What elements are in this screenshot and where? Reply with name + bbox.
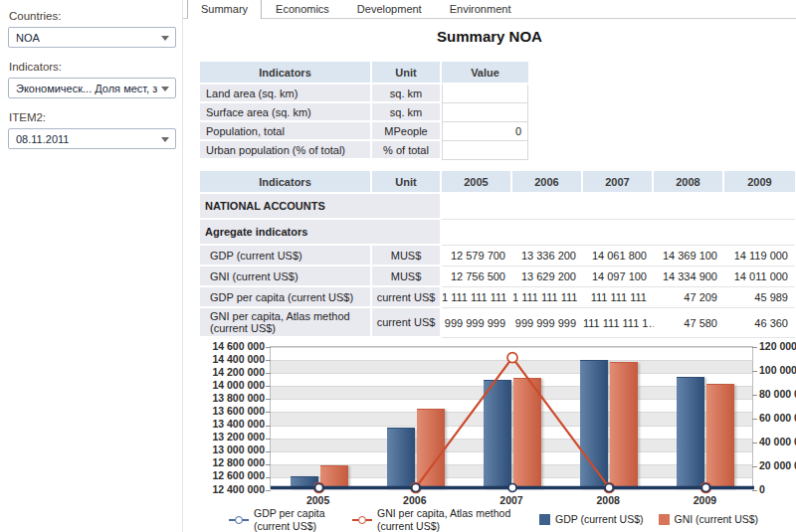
section-row: NATIONAL ACCOUNTS: [200, 194, 795, 220]
value-cell: 47 580: [654, 308, 724, 338]
indicator-years-table: IndicatorsUnit20052006200720082009NATION…: [200, 171, 795, 338]
value-cell: [442, 220, 512, 246]
unit-cell: sq. km: [372, 85, 442, 103]
value-cell: 45 989: [724, 287, 795, 308]
indicator-cell: GNI (current US$): [200, 266, 372, 287]
column-header: Unit: [372, 171, 442, 194]
legend-item[interactable]: GDP (current US$): [539, 513, 644, 526]
value-cell: 14 061 800: [583, 246, 654, 266]
chart-lines: [271, 347, 754, 490]
legend-item[interactable]: GNI per capita, Atlas method (current US…: [352, 507, 524, 532]
column-header: 2008: [654, 171, 724, 194]
unit-cell: MUS$: [372, 266, 442, 287]
tab-development[interactable]: Development: [343, 0, 436, 18]
chart-plot-area: [270, 346, 753, 489]
section-label-cell: NATIONAL ACCOUNTS: [200, 194, 442, 220]
value-cell: [583, 220, 654, 246]
value-cell: [724, 194, 795, 220]
left-axis-label: 14 600 000: [185, 340, 265, 353]
table-row: GDP per capita (current US$)current US$1…: [200, 287, 795, 308]
value-cell: [442, 85, 528, 103]
value-cell: 12 756 500: [442, 266, 512, 287]
value-cell: [583, 194, 654, 220]
dropdown-arrow-icon: [161, 36, 169, 41]
legend-item[interactable]: GNI (current US$): [659, 513, 759, 526]
value-cell: 14 369 100: [654, 246, 724, 266]
legend-label: GNI (current US$): [675, 513, 759, 526]
column-header: Value: [442, 62, 528, 85]
value-cell: 14 334 900: [654, 266, 724, 287]
value-cell: [442, 141, 528, 160]
unit-cell: MPeople: [372, 122, 442, 141]
column-header: Unit: [372, 62, 442, 85]
right-axis-label: 0: [759, 483, 765, 496]
indicator-cell: Surface area (sq. km): [200, 103, 372, 122]
value-cell: 13 336 200: [512, 246, 583, 266]
right-axis-label: 120 000 000: [759, 340, 796, 353]
right-axis-label: 80 000 000: [759, 388, 796, 401]
value-cell: 999 999 999: [512, 308, 583, 338]
summary-chart: GDP per capita (current US$)GNI per capi…: [183, 343, 796, 532]
item2-select[interactable]: 08.11.2011: [8, 128, 176, 149]
value-cell: [512, 194, 583, 220]
left-axis-label: 12 800 000: [185, 456, 265, 469]
line-marker: [507, 353, 517, 363]
indicators-value: Экономическ... Доля мест, з... (1374): [16, 83, 157, 94]
right-axis-label: 20 000 000: [759, 459, 796, 472]
tab-bar: SummaryEconomicsDevelopmentEnvironment: [183, 0, 796, 19]
table-row: Population, totalMPeople0: [200, 122, 528, 141]
x-axis-label: 2009: [694, 494, 716, 506]
page-title: Summary NOA: [183, 28, 796, 45]
tab-summary[interactable]: Summary: [187, 0, 262, 19]
left-axis-label: 13 200 000: [185, 431, 265, 443]
value-cell: [654, 194, 724, 220]
left-axis-label: 14 000 000: [185, 379, 265, 392]
value-cell: 46 360: [724, 308, 795, 338]
value-cell: 13 629 200: [512, 266, 583, 287]
line-marker: [315, 484, 323, 492]
app-root: Countries:NOAIndicators:Экономическ... Д…: [0, 0, 796, 532]
left-axis-label: 14 400 000: [185, 353, 265, 366]
legend-label: GDP (current US$): [555, 513, 644, 526]
indicators-select[interactable]: Экономическ... Доля мест, з... (1374): [8, 78, 176, 98]
left-axis-label: 13 800 000: [185, 392, 265, 405]
table-row: GDP (current US$)MUS$12 579 70013 336 20…: [200, 246, 795, 266]
column-header: 2005: [442, 171, 512, 194]
value-cell: 14 011 000: [724, 266, 795, 287]
left-axis-label: 12 400 000: [185, 483, 265, 496]
left-axis-label: 13 400 000: [185, 418, 265, 431]
legend-line-marker-icon: [352, 515, 372, 524]
sidebar: Countries:NOAIndicators:Экономическ... Д…: [0, 0, 182, 532]
unit-cell: current US$: [372, 287, 442, 308]
left-axis-label: 12 600 000: [185, 469, 265, 482]
value-cell: [442, 194, 512, 220]
unit-cell: MUS$: [372, 246, 442, 266]
tab-environment[interactable]: Environment: [436, 0, 525, 18]
x-axis-label: 2005: [306, 494, 329, 506]
column-header: Indicators: [200, 62, 372, 85]
column-header: 2007: [583, 171, 654, 194]
section-label-cell: Agregate indicators: [200, 220, 442, 246]
countries-select[interactable]: NOA: [8, 27, 176, 48]
right-axis-label: 100 000 000: [759, 364, 796, 377]
table-row: Urban population (% of total)% of total: [200, 141, 528, 160]
x-axis-label: 2008: [597, 494, 620, 506]
unit-cell: sq. km: [372, 103, 442, 122]
line-series: [319, 358, 706, 488]
left-axis-label: 14 200 000: [185, 366, 265, 379]
section-row: Agregate indicators: [200, 220, 795, 246]
column-header: Indicators: [200, 171, 372, 194]
value-cell: 14 097 100: [583, 266, 654, 287]
value-cell: 47 209: [654, 287, 724, 308]
line-marker: [701, 484, 709, 492]
legend-square-icon: [659, 514, 670, 525]
value-cell: 999 999 999: [442, 308, 512, 338]
table-row: Surface area (sq. km)sq. km: [200, 103, 528, 122]
content-pane: SummaryEconomicsDevelopmentEnvironment S…: [182, 0, 796, 532]
unit-cell: % of total: [372, 141, 442, 160]
column-header: 2009: [724, 171, 795, 194]
indicator-cell: GDP per capita (current US$): [200, 287, 372, 308]
right-axis-label: 60 000 000: [759, 412, 796, 425]
legend-item[interactable]: GDP per capita (current US$): [229, 507, 337, 532]
tab-economics[interactable]: Economics: [262, 0, 343, 18]
